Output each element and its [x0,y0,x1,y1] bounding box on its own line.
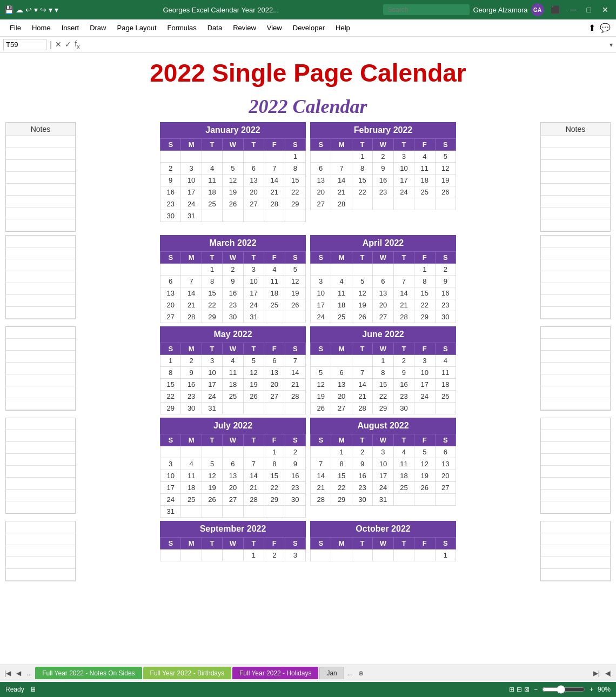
cal-day[interactable]: 26 [285,299,305,311]
note-line[interactable] [541,219,610,231]
note-line[interactable] [541,172,610,184]
cal-day[interactable]: 28 [311,494,331,506]
cal-day[interactable]: 14 [243,470,264,482]
menu-formulas[interactable]: Formulas [163,22,201,33]
menu-developer[interactable]: Developer [289,22,329,33]
cal-day[interactable]: 2 [285,446,305,458]
cal-day[interactable]: 12 [435,163,456,175]
page-break-view-icon[interactable]: ⊠ [524,686,530,693]
cal-day[interactable]: 7 [285,355,305,367]
note-line[interactable] [541,283,610,295]
cal-day[interactable]: 5 [285,264,305,276]
note-line[interactable] [541,557,610,569]
cal-day[interactable]: 2 [352,446,372,458]
cal-day[interactable]: 5 [311,367,331,379]
menu-page-layout[interactable]: Page Layout [113,22,161,33]
minimize-icon[interactable]: ─ [567,4,579,15]
cal-day[interactable]: 21 [243,482,264,494]
cal-day[interactable]: 20 [435,470,456,482]
cal-day[interactable]: 8 [202,276,222,287]
cal-day[interactable]: 13 [160,287,181,299]
cal-day[interactable]: 12 [414,458,435,470]
cal-day[interactable]: 29 [285,198,305,210]
zoom-plus-icon[interactable]: + [590,686,593,693]
note-line[interactable] [6,418,75,430]
cal-day[interactable]: 13 [373,287,393,299]
zoom-minus-icon[interactable]: − [534,686,538,693]
cal-day[interactable]: 27 [264,391,285,403]
cal-day[interactable]: 13 [435,458,456,470]
note-line[interactable] [6,398,75,410]
sheet-nav-more2[interactable]: ... [345,668,355,678]
note-line[interactable] [6,184,75,196]
cal-day[interactable]: 27 [311,198,331,210]
zoom-slider[interactable] [542,685,585,694]
page-layout-view-icon[interactable]: ⊟ [517,686,522,693]
cal-day[interactable]: 6 [373,276,393,287]
cal-day[interactable]: 18 [223,379,243,391]
cal-day[interactable]: 5 [435,151,456,163]
cal-day[interactable]: 24 [202,391,222,403]
note-line[interactable] [6,307,75,319]
cal-day[interactable]: 28 [285,391,305,403]
cal-day[interactable]: 17 [414,379,435,391]
cal-day[interactable]: 27 [223,494,243,506]
note-line[interactable] [541,490,610,501]
cal-day[interactable]: 11 [393,458,414,470]
cal-day[interactable]: 10 [160,470,181,482]
cal-day[interactable]: 30 [285,494,305,506]
cal-day[interactable]: 20 [264,379,285,391]
cal-day[interactable]: 15 [352,175,372,186]
cal-day[interactable]: 12 [223,175,243,186]
cal-day[interactable]: 19 [311,391,331,403]
note-line[interactable] [541,259,610,271]
cal-day[interactable]: 5 [243,355,264,367]
cal-day[interactable]: 2 [435,264,456,276]
cal-day[interactable]: 20 [373,299,393,311]
note-line[interactable] [6,363,75,374]
cal-day[interactable]: 16 [435,287,456,299]
save-icon[interactable]: 💾 [4,5,14,14]
sheet-tab-jan[interactable]: Jan [319,667,344,679]
note-line[interactable] [6,327,75,339]
cal-day[interactable]: 29 [264,494,285,506]
cal-day[interactable]: 31 [243,311,264,323]
sheet-nav-first[interactable]: |◀ [2,668,13,678]
note-line[interactable] [6,442,75,454]
cal-day[interactable]: 22 [352,186,372,198]
cal-day[interactable]: 26 [414,482,435,494]
cal-day[interactable]: 28 [243,494,264,506]
cal-day[interactable]: 29 [202,311,222,323]
note-line[interactable] [6,271,75,283]
note-line[interactable] [541,363,610,374]
cal-day[interactable]: 20 [331,391,352,403]
cal-day[interactable]: 14 [264,175,285,186]
cal-day[interactable]: 10 [311,287,331,299]
cal-day[interactable]: 1 [160,355,181,367]
cal-day[interactable]: 6 [311,163,331,175]
cal-day[interactable]: 19 [435,175,456,186]
cal-day[interactable]: 13 [223,470,243,482]
cal-day[interactable]: 15 [373,379,393,391]
note-line[interactable] [6,466,75,478]
note-line[interactable] [6,236,75,247]
cal-day[interactable]: 8 [352,163,372,175]
sheet-tab-birthdays[interactable]: Full Year 2022 - Birthdays [143,667,231,679]
cal-day[interactable]: 19 [285,287,305,299]
cal-day[interactable]: 14 [181,287,202,299]
cal-day[interactable]: 23 [223,299,243,311]
note-line[interactable] [6,569,75,581]
cal-day[interactable]: 29 [373,403,393,414]
cal-day[interactable]: 17 [393,175,414,186]
cal-day[interactable]: 11 [223,367,243,379]
cal-day[interactable]: 8 [373,367,393,379]
cloud-save-icon[interactable]: ☁ [16,5,23,14]
undo-icon[interactable]: ↩ [25,5,32,14]
cal-day[interactable]: 25 [223,391,243,403]
cal-day[interactable]: 9 [181,367,202,379]
cal-day[interactable]: 10 [393,163,414,175]
cal-day[interactable]: 1 [352,151,372,163]
cal-day[interactable]: 3 [181,163,202,175]
cal-day[interactable]: 4 [223,355,243,367]
cal-day[interactable]: 22 [373,391,393,403]
